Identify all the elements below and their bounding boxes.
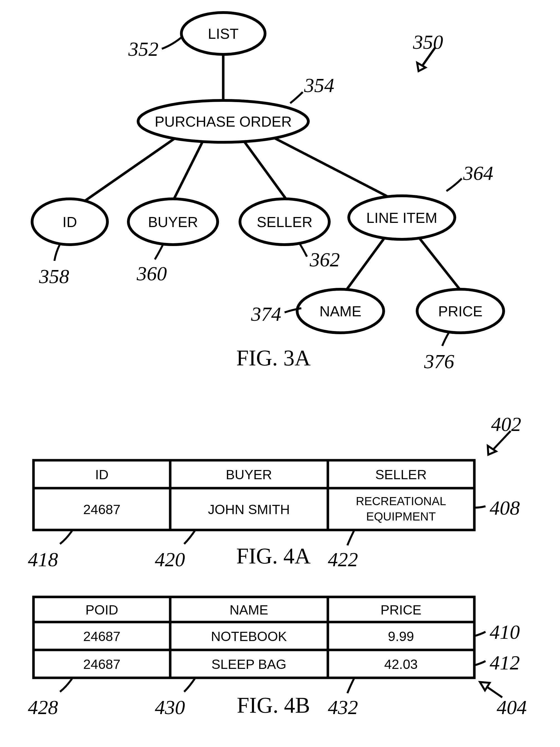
fig3a-caption: FIG. 3A (236, 345, 311, 370)
ref-376: 376 (424, 350, 454, 373)
ref-420: 420 (155, 548, 185, 571)
fig4a-caption: FIG. 4A (236, 544, 311, 568)
th-buyer: BUYER (226, 467, 272, 482)
node-seller: SELLER (240, 199, 329, 244)
tr1-price: 9.99 (388, 629, 414, 644)
ref-404: 404 (497, 696, 527, 719)
patent-figure-page: LIST PURCHASE ORDER ID BUYER SELLER LINE… (0, 0, 560, 747)
th-poid: POID (85, 602, 118, 617)
fig4a-table: ID BUYER SELLER 24687 JOHN SMITH RECREAT… (28, 413, 521, 571)
ref-350: 350 (413, 31, 443, 53)
th-id: ID (95, 467, 108, 482)
fig4b-caption: FIG. 4B (237, 693, 310, 717)
svg-line-6 (418, 237, 460, 290)
tr1-name: NOTEBOOK (211, 629, 287, 644)
th-price: PRICE (381, 602, 422, 617)
ref-360: 360 (136, 262, 167, 285)
node-name-label: NAME (320, 303, 361, 319)
ref-364: 364 (463, 162, 493, 184)
node-id: ID (32, 199, 107, 244)
ref-428: 428 (28, 696, 58, 719)
node-purchase-order: PURCHASE ORDER (138, 100, 308, 142)
node-lineitem-label: LINE ITEM (366, 210, 437, 226)
ref-362: 362 (309, 249, 340, 271)
tr1-poid: 24687 (83, 629, 120, 644)
ref-432: 432 (328, 696, 358, 719)
node-name: NAME (297, 289, 384, 333)
node-list: LIST (181, 12, 265, 54)
th-seller: SELLER (375, 467, 427, 482)
node-price-label: PRICE (438, 303, 483, 319)
ref-410: 410 (490, 621, 520, 643)
ref-402: 402 (491, 413, 521, 435)
ref-352: 352 (128, 38, 158, 60)
node-list-label: LIST (208, 26, 238, 42)
node-price: PRICE (417, 289, 504, 333)
ref-418: 418 (28, 548, 58, 571)
ref-374: 374 (251, 303, 281, 325)
th-name: NAME (230, 602, 269, 617)
tree-edges (81, 54, 460, 294)
node-buyer: BUYER (128, 199, 218, 244)
node-po-label: PURCHASE ORDER (155, 113, 291, 130)
node-seller-label: SELLER (257, 214, 312, 230)
svg-line-2 (173, 139, 204, 201)
ref-408: 408 (490, 497, 520, 519)
svg-line-5 (343, 237, 385, 294)
ref-358: 358 (39, 265, 69, 288)
tr2-poid: 24687 (83, 657, 120, 672)
tr2-price: 42.03 (384, 657, 418, 672)
ref-422: 422 (328, 548, 358, 571)
ref-354: 354 (304, 74, 334, 97)
svg-line-1 (81, 136, 178, 204)
ref-430: 430 (155, 696, 185, 719)
ref-412: 412 (490, 652, 520, 674)
svg-line-4 (271, 136, 388, 197)
node-id-label: ID (62, 214, 77, 230)
node-lineitem: LINE ITEM (349, 196, 455, 239)
fig3a-tree: LIST PURCHASE ORDER ID BUYER SELLER LINE… (32, 12, 504, 373)
svg-line-3 (243, 139, 287, 201)
node-buyer-label: BUYER (148, 214, 198, 230)
ref-leads-3a (54, 36, 462, 346)
td-buyer: JOHN SMITH (208, 502, 290, 517)
td-id: 24687 (83, 502, 120, 517)
fig4b-table: POID NAME PRICE 24687 NOTEBOOK 9.99 2468… (28, 597, 527, 719)
td-seller-1: RECREATIONAL (356, 494, 446, 508)
figure-canvas: LIST PURCHASE ORDER ID BUYER SELLER LINE… (0, 0, 560, 747)
tr2-name: SLEEP BAG (211, 657, 286, 672)
td-seller-2: EQUIPMENT (366, 510, 436, 523)
